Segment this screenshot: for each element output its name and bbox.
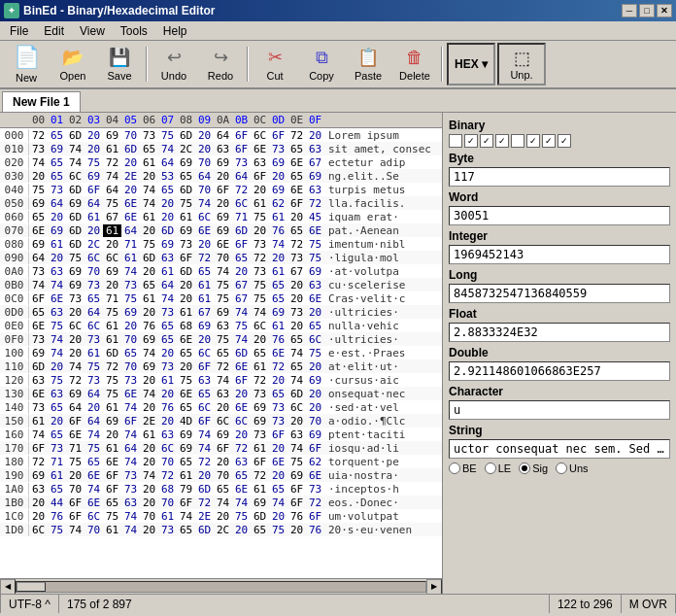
hex-cell[interactable]: 20	[232, 388, 251, 400]
hex-cell[interactable]: 69	[158, 238, 177, 251]
hex-cell[interactable]: 69	[195, 320, 214, 332]
hex-cell[interactable]: 69	[287, 469, 306, 482]
hex-cell[interactable]: 6C	[103, 252, 121, 264]
hex-cell[interactable]: 70	[66, 483, 84, 496]
hex-cell[interactable]: 74	[121, 456, 140, 468]
hex-cell[interactable]: 6F	[232, 238, 251, 251]
hex-cell[interactable]: 61	[195, 292, 214, 305]
hex-cell[interactable]: 75	[121, 292, 140, 305]
hex-cell[interactable]: 20	[214, 197, 232, 210]
hex-cell[interactable]: 74	[48, 347, 66, 359]
hex-cell[interactable]: 20	[306, 388, 324, 400]
hex-cell[interactable]: 71	[48, 456, 66, 468]
hex-row-080[interactable]: 08069616D2C2071756973206E6F73747275iment…	[0, 237, 442, 251]
hex-row-060[interactable]: 06065206D61676E6120616C697175612045iquam…	[0, 210, 442, 223]
hex-cell[interactable]: 20	[269, 252, 287, 264]
hex-cell[interactable]: 61	[140, 292, 158, 305]
hex-cell[interactable]: 64	[121, 224, 140, 237]
hex-cell[interactable]: 20	[84, 143, 103, 155]
hex-cell[interactable]: 6F	[29, 442, 48, 455]
hex-cell[interactable]: 74	[121, 401, 140, 414]
hex-cell[interactable]: 72	[287, 129, 306, 142]
hex-cell[interactable]: 69	[177, 442, 195, 455]
hex-cell[interactable]: 74	[66, 143, 84, 155]
binary-bit-0[interactable]	[449, 134, 462, 148]
hex-cell[interactable]: 6E	[232, 401, 251, 414]
hex-cell[interactable]: 75	[48, 524, 66, 536]
hex-cell[interactable]: 6E	[214, 238, 232, 251]
hex-row-170[interactable]: 1706F7371756164206C69746F726120746Fiosqu…	[0, 441, 442, 455]
hex-cell[interactable]: 68	[158, 483, 177, 496]
hex-cell[interactable]: 70	[214, 469, 232, 482]
hex-cell[interactable]: 75	[84, 442, 103, 455]
hex-cell[interactable]: 73	[251, 238, 269, 251]
hex-cell[interactable]: 6F	[66, 510, 84, 523]
hex-cell[interactable]: 20	[140, 306, 158, 319]
hex-cell[interactable]: 74	[103, 170, 121, 183]
hex-cell[interactable]: 65	[48, 129, 66, 142]
hex-row-110[interactable]: 1106D20747572706973206F726E61726520at·el…	[0, 359, 442, 373]
hex-cell[interactable]: 6F	[103, 469, 121, 482]
hex-cell[interactable]: 69	[29, 197, 48, 210]
hex-cell[interactable]: 20	[84, 129, 103, 142]
hex-cell[interactable]: 74	[140, 347, 158, 359]
hex-cell[interactable]: 20	[232, 428, 251, 441]
hex-cell[interactable]: 65	[158, 320, 177, 332]
hex-cell[interactable]: 73	[287, 306, 306, 319]
hex-cell[interactable]: 20	[158, 197, 177, 210]
hex-cell[interactable]: 71	[103, 292, 121, 305]
menu-help[interactable]: Help	[155, 22, 195, 40]
hex-cell[interactable]: 63	[195, 374, 214, 387]
hex-row-0A0[interactable]: 0A073636970697420616D65742073616769·at·v…	[0, 264, 442, 278]
hex-cell[interactable]: 75	[84, 156, 103, 169]
hex-cell[interactable]: 20	[158, 388, 177, 400]
hex-cell[interactable]: 20	[269, 510, 287, 523]
hex-cell[interactable]: 70	[306, 415, 324, 428]
hex-cell[interactable]: 73	[84, 333, 103, 346]
maximize-button[interactable]: □	[639, 4, 655, 17]
hex-cell[interactable]: 20	[140, 524, 158, 536]
hex-row-000[interactable]: 00072656D20697073756D20646F6C6F7220Lorem…	[0, 128, 442, 142]
hex-cell[interactable]: 74	[121, 265, 140, 278]
hex-cell[interactable]: 20	[121, 320, 140, 332]
hex-cell[interactable]: 6C	[306, 333, 324, 346]
hex-cell[interactable]: 6C	[251, 320, 269, 332]
hex-cell[interactable]: 2C	[84, 238, 103, 251]
hex-cell[interactable]: 73	[29, 333, 48, 346]
hex-cell[interactable]: 2E	[140, 415, 158, 428]
hex-cell[interactable]: 63	[232, 456, 251, 468]
delete-button[interactable]: 🗑 Delete	[392, 43, 437, 86]
hex-cell[interactable]: 6C	[29, 524, 48, 536]
hex-cell[interactable]: 75	[251, 292, 269, 305]
h-scroll-thumb[interactable]	[17, 582, 46, 592]
hex-cell[interactable]: 20	[269, 170, 287, 183]
hex-cell[interactable]: 74	[269, 238, 287, 251]
hex-cell[interactable]: 75	[177, 197, 195, 210]
hex-cell[interactable]: 63	[214, 320, 232, 332]
hex-cell[interactable]: 20	[66, 469, 84, 482]
hex-cell[interactable]: 68	[177, 320, 195, 332]
hex-cell[interactable]: 20	[232, 524, 251, 536]
hex-cell[interactable]: 6D	[66, 238, 84, 251]
hex-cell[interactable]: 62	[306, 456, 324, 468]
hex-cell[interactable]: 63	[158, 252, 177, 264]
hex-cell[interactable]: 75	[103, 306, 121, 319]
hex-cell[interactable]: 65	[287, 224, 306, 237]
hex-cell[interactable]: 75	[287, 456, 306, 468]
hex-cell[interactable]: 69	[103, 265, 121, 278]
hex-cell[interactable]: 73	[48, 184, 66, 196]
hex-cell[interactable]: 20	[140, 170, 158, 183]
hex-cell[interactable]: 6C	[195, 211, 214, 223]
hex-cell[interactable]: 20	[121, 156, 140, 169]
binary-bit-2[interactable]	[480, 134, 493, 148]
hex-cell[interactable]: 65	[177, 524, 195, 536]
hex-cell[interactable]: 73	[29, 401, 48, 414]
hex-cell[interactable]: 69	[214, 156, 232, 169]
hex-cell[interactable]: 74	[121, 428, 140, 441]
hex-cell[interactable]: 6E	[306, 469, 324, 482]
hex-cell[interactable]: 6F	[251, 456, 269, 468]
save-button[interactable]: 💾 Save	[97, 43, 142, 86]
hex-cell[interactable]: 74	[140, 469, 158, 482]
hex-cell[interactable]: 64	[121, 442, 140, 455]
hex-cell[interactable]: 6D	[177, 265, 195, 278]
